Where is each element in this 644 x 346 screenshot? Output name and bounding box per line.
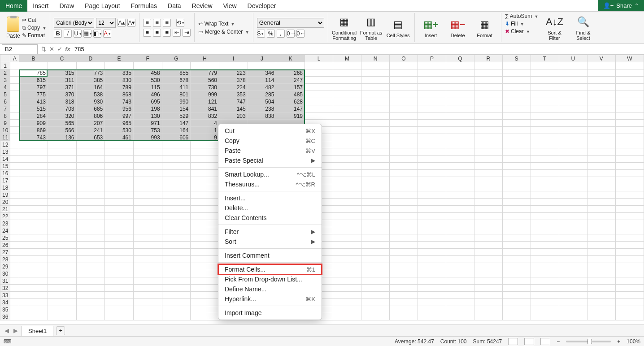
cell-R30[interactable]: [474, 270, 502, 277]
cell-D34[interactable]: [76, 299, 105, 306]
cell-R4[interactable]: [474, 84, 502, 91]
cell-H18[interactable]: [191, 184, 219, 191]
cell-A24[interactable]: [10, 227, 19, 234]
cell-B22[interactable]: [19, 213, 48, 220]
cell-Q12[interactable]: [446, 141, 474, 148]
cell-S29[interactable]: [502, 263, 531, 270]
zoom-thumb[interactable]: [587, 339, 592, 344]
cell-A6[interactable]: [10, 98, 19, 105]
cell-J3[interactable]: 114: [248, 77, 276, 84]
cell-C3[interactable]: 311: [48, 77, 76, 84]
cell-W21[interactable]: [615, 206, 644, 213]
cell-A20[interactable]: [10, 199, 19, 206]
cell-Q24[interactable]: [446, 227, 474, 234]
cell-B29[interactable]: [19, 263, 48, 270]
cell-W13[interactable]: [615, 148, 644, 156]
cell-C30[interactable]: [48, 270, 76, 277]
ctx-copy[interactable]: Copy⌘C: [218, 136, 322, 146]
cell-H23[interactable]: [191, 220, 219, 227]
cell-V1[interactable]: [587, 62, 615, 69]
ctx-thesaurus[interactable]: Thesaurus...^⌥⌘R: [218, 179, 322, 189]
cell-S26[interactable]: [502, 242, 531, 249]
row-header-26[interactable]: 26: [0, 242, 10, 249]
cell-H7[interactable]: 841: [191, 105, 219, 112]
cell-P5[interactable]: [418, 91, 446, 98]
cell-K5[interactable]: 485: [276, 91, 305, 98]
cell-A3[interactable]: [10, 77, 19, 84]
cell-T12[interactable]: [531, 141, 559, 148]
cell-O11[interactable]: [389, 134, 418, 141]
cell-B14[interactable]: [19, 156, 48, 163]
cell-G31[interactable]: [162, 277, 191, 285]
cell-H6[interactable]: 121: [191, 98, 219, 105]
cell-N26[interactable]: [361, 242, 389, 249]
cell-F12[interactable]: [133, 141, 162, 148]
cell-I5[interactable]: 353: [219, 91, 248, 98]
cell-N4[interactable]: [361, 84, 389, 91]
cell-N13[interactable]: [361, 148, 389, 156]
cell-B33[interactable]: [19, 292, 48, 299]
col-header-E[interactable]: E: [105, 55, 134, 62]
cell-G11[interactable]: 606: [162, 134, 191, 141]
cell-P7[interactable]: [418, 105, 446, 112]
cell-B7[interactable]: 515: [19, 105, 48, 112]
col-header-U[interactable]: U: [559, 55, 587, 62]
cell-V6[interactable]: [587, 98, 615, 105]
row-header-9[interactable]: 9: [0, 120, 10, 127]
cell-F36[interactable]: [133, 313, 162, 320]
cell-J4[interactable]: 482: [248, 84, 276, 91]
cell-G36[interactable]: [162, 313, 191, 320]
cell-U1[interactable]: [559, 62, 587, 69]
decrease-indent-button[interactable]: ⇤: [173, 29, 181, 37]
cell-E25[interactable]: [105, 234, 134, 242]
cell-K6[interactable]: 628: [276, 98, 305, 105]
page-layout-view-button[interactable]: [524, 338, 534, 345]
cell-C6[interactable]: 318: [48, 98, 76, 105]
cell-W23[interactable]: [615, 220, 644, 227]
cell-M7[interactable]: [333, 105, 361, 112]
cell-E4[interactable]: 789: [105, 84, 134, 91]
cell-F21[interactable]: [133, 206, 162, 213]
cell-U33[interactable]: [559, 292, 587, 299]
namebox-stepper[interactable]: ⇅: [39, 46, 48, 52]
cell-K8[interactable]: 919: [276, 112, 305, 120]
sheet-tab[interactable]: Sheet1: [22, 326, 53, 336]
cell-F35[interactable]: [133, 306, 162, 313]
cell-U35[interactable]: [559, 306, 587, 313]
cell-S27[interactable]: [502, 249, 531, 256]
cell-M5[interactable]: [333, 91, 361, 98]
cell-D10[interactable]: 241: [76, 127, 105, 134]
cell-A8[interactable]: [10, 112, 19, 120]
cell-F29[interactable]: [133, 263, 162, 270]
cell-E26[interactable]: [105, 242, 134, 249]
ctx-define-name[interactable]: Define Name...: [218, 284, 322, 294]
cell-C2[interactable]: 315: [48, 69, 76, 77]
cell-N30[interactable]: [361, 270, 389, 277]
cell-H2[interactable]: 779: [191, 69, 219, 77]
cell-W31[interactable]: [615, 277, 644, 285]
cell-A32[interactable]: [10, 285, 19, 292]
cell-C13[interactable]: [48, 148, 76, 156]
cell-I4[interactable]: 224: [219, 84, 248, 91]
cell-P15[interactable]: [418, 163, 446, 170]
row-header-8[interactable]: 8: [0, 112, 10, 120]
row-header-34[interactable]: 34: [0, 299, 10, 306]
cell-H20[interactable]: [191, 199, 219, 206]
cell-C14[interactable]: [48, 156, 76, 163]
cell-U20[interactable]: [559, 199, 587, 206]
cell-Q27[interactable]: [446, 249, 474, 256]
cell-E14[interactable]: [105, 156, 134, 163]
cell-L8[interactable]: [305, 112, 333, 120]
copy-button[interactable]: ⧉ Copy ▼: [22, 25, 47, 31]
cell-D31[interactable]: [76, 277, 105, 285]
align-right-button[interactable]: ≡: [163, 29, 171, 37]
cell-V14[interactable]: [587, 156, 615, 163]
cell-G28[interactable]: [162, 256, 191, 263]
cell-W19[interactable]: [615, 191, 644, 199]
cell-W35[interactable]: [615, 306, 644, 313]
row-header-28[interactable]: 28: [0, 256, 10, 263]
cell-F4[interactable]: 115: [133, 84, 162, 91]
cell-W29[interactable]: [615, 263, 644, 270]
cell-Q17[interactable]: [446, 177, 474, 184]
cell-H32[interactable]: [191, 285, 219, 292]
